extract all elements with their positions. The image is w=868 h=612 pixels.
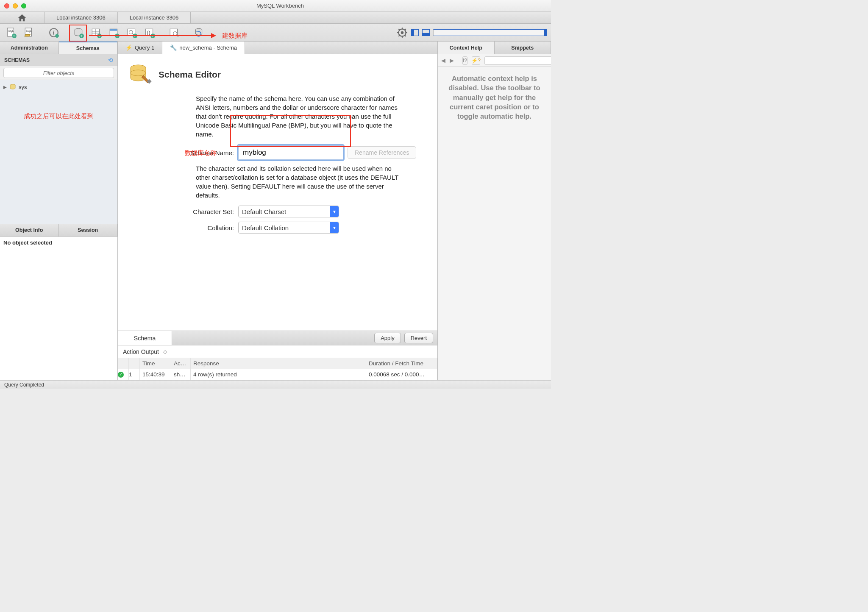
annotation-after-success: 成功之后可以在此处看到 <box>3 112 115 120</box>
connection-tabs: Local instance 3306 Local instance 3306 <box>0 12 551 24</box>
output-panel: Action Output ◇ Time Ac… Response Durati… <box>118 345 437 380</box>
main-toolbar: SQL+ SQL i + + + + ()+ <box>0 24 551 42</box>
toggle-right-panel-button[interactable] <box>433 29 547 36</box>
schemas-header: SCHEMAS ⟲ <box>0 54 117 66</box>
help-search-input[interactable] <box>484 56 551 65</box>
collation-value: Default Collation <box>242 224 289 231</box>
editor-tab-query-label: Query 1 <box>135 45 154 51</box>
right-tab-context-help[interactable]: Context Help <box>438 42 495 54</box>
new-sql-file-button[interactable]: SQL+ <box>4 26 19 39</box>
refresh-schemas-icon[interactable]: ⟲ <box>108 57 113 64</box>
charset-value: Default Charset <box>242 208 286 215</box>
svg-text:SQL: SQL <box>8 29 14 32</box>
close-window-button[interactable] <box>4 3 9 8</box>
sidebar-tab-session[interactable]: Session <box>59 224 118 236</box>
svg-text:+: + <box>80 33 83 38</box>
cell-time: 15:40:39 <box>140 369 171 380</box>
sidebar-tab-administration[interactable]: Administration <box>0 42 59 54</box>
output-sort-icon[interactable]: ◇ <box>163 349 167 355</box>
output-table-row[interactable]: ✓ 1 15:40:39 sh… 4 row(s) returned 0.000… <box>118 369 437 380</box>
home-tab[interactable] <box>0 12 45 23</box>
cell-index: 1 <box>129 369 140 380</box>
schema-name-input[interactable] <box>238 145 343 160</box>
schemas-header-label: SCHEMAS <box>4 57 30 63</box>
create-view-button[interactable]: + <box>107 26 121 39</box>
cell-duration: 0.00068 sec / 0.000… <box>366 369 437 380</box>
editor-tab-query[interactable]: ⚡Query 1 <box>118 42 162 54</box>
reconnect-button[interactable] <box>192 26 206 39</box>
open-sql-file-button[interactable]: SQL <box>22 26 36 39</box>
cell-response: 4 row(s) returned <box>191 369 366 380</box>
cell-action: sh… <box>171 369 191 380</box>
help-auto-button[interactable]: ⚡? <box>472 56 480 65</box>
connection-tab-1[interactable]: Local instance 3306 <box>45 12 118 23</box>
help-manual-button[interactable]: I? <box>462 56 467 65</box>
collation-select[interactable]: Default Collation▼ <box>238 222 339 234</box>
help-forward-button[interactable]: ▶ <box>450 57 454 64</box>
svg-line-41 <box>398 29 400 30</box>
svg-line-44 <box>404 29 406 30</box>
schema-editor-footer: Schema Apply Revert <box>118 331 437 345</box>
create-schema-button[interactable]: + <box>71 26 86 39</box>
dropdown-arrow-icon: ▼ <box>330 206 339 217</box>
schema-editor-description-1: Specify the name of the schema here. You… <box>196 94 399 139</box>
schema-tree-item-label: sys <box>19 84 27 90</box>
connection-tab-2[interactable]: Local instance 3306 <box>118 12 191 23</box>
create-procedure-button[interactable]: + <box>125 26 139 39</box>
col-action: Ac… <box>171 358 191 369</box>
col-duration: Duration / Fetch Time <box>366 358 437 369</box>
charset-select[interactable]: Default Charset▼ <box>238 206 339 217</box>
help-back-button[interactable]: ◀ <box>441 57 445 64</box>
lightning-icon: ⚡ <box>125 45 132 51</box>
output-table-header: Time Ac… Response Duration / Fetch Time <box>118 358 437 369</box>
svg-point-8 <box>55 34 59 38</box>
database-icon <box>9 83 16 90</box>
footer-tab-schema[interactable]: Schema <box>118 331 172 345</box>
search-table-data-button[interactable] <box>167 26 181 39</box>
create-table-button[interactable]: + <box>89 26 103 39</box>
main-panel: ⚡Query 1 🔧new_schema - Schema Schema Edi… <box>118 42 437 380</box>
charset-label: Character Set: <box>179 208 234 215</box>
schema-filter-input[interactable] <box>3 68 114 78</box>
output-panel-title: Action Output <box>123 348 159 355</box>
right-panel: Context Help Snippets ◀ ▶ I? ⚡? Automati… <box>437 42 551 380</box>
create-function-button[interactable]: ()+ <box>142 26 157 39</box>
zoom-window-button[interactable] <box>21 3 26 8</box>
window-controls <box>4 3 26 8</box>
right-tab-snippets[interactable]: Snippets <box>495 42 551 54</box>
window-title: MySQL Workbench <box>26 3 551 9</box>
object-info-content: No object selected <box>0 236 117 381</box>
rename-references-button[interactable]: Rename References <box>348 146 416 159</box>
svg-text:(): () <box>147 30 150 36</box>
settings-button[interactable] <box>397 26 408 39</box>
expand-icon[interactable]: ▶ <box>3 85 7 89</box>
svg-point-36 <box>401 31 404 34</box>
editor-tab-schema[interactable]: 🔧new_schema - Schema <box>162 42 245 54</box>
annotation-arrow <box>89 35 215 36</box>
schema-editor-description-2: The character set and its collation sele… <box>196 164 399 200</box>
status-message: Query Completed <box>4 382 44 388</box>
schema-editor-title: Schema Editor <box>159 70 221 80</box>
editor-tab-schema-label: new_schema - Schema <box>179 45 237 51</box>
minimize-window-button[interactable] <box>13 3 18 8</box>
context-help-toolbar: ◀ ▶ I? ⚡? <box>438 54 551 67</box>
svg-text:SQL: SQL <box>26 29 31 32</box>
svg-line-42 <box>404 35 406 36</box>
schema-tree[interactable]: ▶ sys 成功之后可以在此处看到 <box>0 80 117 224</box>
revert-button[interactable]: Revert <box>404 333 433 343</box>
sidebar: Administration Schemas SCHEMAS ⟲ ▶ sys 成… <box>0 42 118 380</box>
svg-line-43 <box>398 35 400 36</box>
sidebar-tab-schemas[interactable]: Schemas <box>59 42 118 54</box>
svg-text:i: i <box>53 29 55 36</box>
sidebar-tab-object-info[interactable]: Object Info <box>0 224 59 236</box>
success-icon: ✓ <box>118 372 124 378</box>
toggle-left-panel-button[interactable] <box>411 29 419 36</box>
schema-tree-item[interactable]: ▶ sys <box>0 83 117 91</box>
schema-filter <box>0 66 117 80</box>
inspector-button[interactable]: i <box>47 26 61 39</box>
apply-button[interactable]: Apply <box>374 333 401 343</box>
col-response: Response <box>191 358 366 369</box>
schema-editor-icon <box>128 63 152 86</box>
home-icon <box>17 14 27 22</box>
toggle-bottom-panel-button[interactable] <box>422 29 430 36</box>
